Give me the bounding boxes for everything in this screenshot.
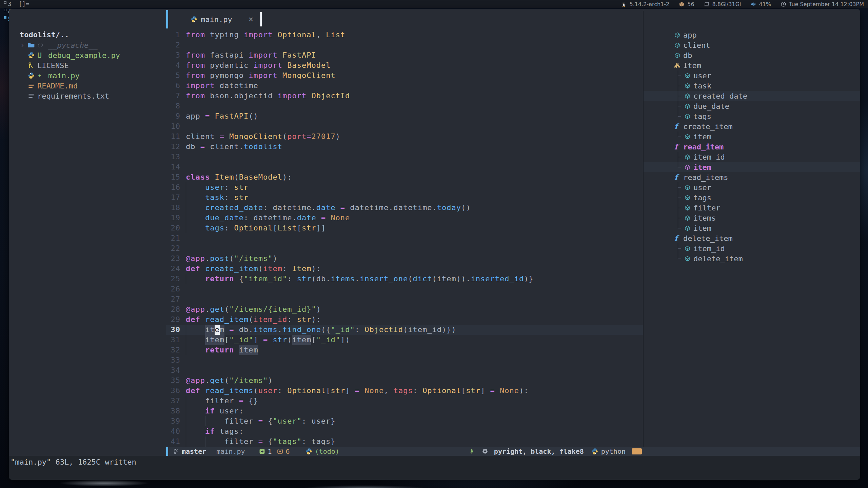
- code-area[interactable]: 1from typing import Optional, List23from…: [166, 30, 643, 447]
- code-line[interactable]: 34: [166, 365, 643, 375]
- code-line[interactable]: 17task: str: [166, 192, 643, 203]
- symbol-due_date[interactable]: due_date: [644, 101, 860, 111]
- code-line[interactable]: 41filter = {"tags": tags}: [166, 436, 643, 447]
- code-line[interactable]: 37filter = {}: [166, 396, 643, 406]
- symbol-tags[interactable]: tags: [644, 192, 860, 203]
- code-line[interactable]: 16user: str: [166, 182, 643, 192]
- code-line[interactable]: 12db = client.todolist: [166, 142, 643, 152]
- code-line[interactable]: 22: [166, 243, 643, 253]
- code-token: =: [355, 386, 360, 396]
- code-line[interactable]: 30item = db.items.find_one({"_id": Objec…: [166, 325, 643, 335]
- code-line[interactable]: 24def create_item(item: Item):: [166, 264, 643, 274]
- symbol-user[interactable]: user: [644, 70, 860, 81]
- code-line[interactable]: 3from fastapi import FastAPI: [166, 50, 643, 60]
- code-line[interactable]: 36def read_items(user: Optional[str] = N…: [166, 386, 643, 396]
- code-line[interactable]: 11client = MongoClient(port=27017): [166, 131, 643, 142]
- symbol-delete_item[interactable]: fdelete_item: [644, 233, 860, 243]
- code-line[interactable]: 39filter = {"user": user}: [166, 416, 643, 426]
- code-line[interactable]: 27: [166, 294, 643, 304]
- symbol-user[interactable]: user: [644, 182, 860, 192]
- code-token: =: [307, 131, 311, 142]
- symbol-read_item[interactable]: fread_item: [644, 142, 860, 152]
- tree-item-license[interactable]: LICENSE: [9, 60, 165, 70]
- symbol-item[interactable]: item: [644, 162, 860, 172]
- function-icon: f: [674, 234, 683, 243]
- code-line[interactable]: 4from pydantic import BaseModel: [166, 60, 643, 70]
- tree-branch-line: [676, 81, 685, 91]
- code-token: (: [229, 253, 234, 264]
- code-line[interactable]: 5from pymongo import MongoClient: [166, 70, 643, 81]
- line-number: 14: [166, 162, 186, 172]
- symbol-task[interactable]: task: [644, 81, 860, 91]
- code-line[interactable]: 31item["_id"] = str(item["_id"]): [166, 335, 643, 345]
- tab-main-py[interactable]: main.py ×: [166, 15, 253, 24]
- code-line[interactable]: 29def read_item(item_id: str):: [166, 314, 643, 325]
- code-line[interactable]: 14: [166, 162, 643, 172]
- code-token: ):: [519, 386, 529, 396]
- tree-item-requirements-txt[interactable]: requirements.txt: [9, 91, 165, 101]
- symbol-create_item[interactable]: fcreate_item: [644, 121, 860, 131]
- code-line[interactable]: 32return item: [166, 345, 643, 355]
- code-token: (: [224, 304, 229, 314]
- symbol-filter[interactable]: filter: [644, 203, 860, 213]
- close-tab-icon[interactable]: ×: [249, 15, 253, 24]
- tree-item-debug-example-py[interactable]: Udebug_example.py: [9, 50, 165, 60]
- symbol-Item[interactable]: Item: [644, 60, 860, 70]
- code-token: "tags": [273, 436, 301, 447]
- indent-guide: [186, 223, 205, 233]
- tree-item-readme-md[interactable]: README.md: [9, 81, 165, 91]
- symbol-delete_item[interactable]: delete_item: [644, 253, 860, 264]
- code-line[interactable]: 1from typing import Optional, List: [166, 30, 643, 40]
- code-token: ):: [311, 264, 321, 274]
- workspace-3[interactable]: 3: [4, 0, 11, 8]
- code-line[interactable]: 18created_date: datetime.date = datetime…: [166, 203, 643, 213]
- code-line[interactable]: 23@app.post("/items"): [166, 253, 643, 264]
- code-line[interactable]: 35@app.get("/items"): [166, 375, 643, 386]
- symbol-tags[interactable]: tags: [644, 111, 860, 121]
- symbol-items[interactable]: items: [644, 213, 860, 223]
- tree-item--pycache-[interactable]: ›__pycache__: [9, 40, 165, 50]
- code-line[interactable]: 28@app.get("/items/{item_id}"): [166, 304, 643, 314]
- desktop: { "topbar": { "workspaces": [ {"label":"…: [0, 0, 868, 488]
- code-line[interactable]: 33: [166, 355, 643, 365]
- symbol-item_id[interactable]: item_id: [644, 243, 860, 253]
- code-line[interactable]: 2: [166, 40, 643, 50]
- code-text: def read_item(item_id: str):: [186, 314, 321, 325]
- symbol-item[interactable]: item: [644, 223, 860, 233]
- line-number: 20: [166, 223, 186, 233]
- symbol-read_items[interactable]: fread_items: [644, 172, 860, 182]
- code-line[interactable]: 10: [166, 121, 643, 131]
- symbol-label: due_date: [693, 102, 729, 110]
- code-line[interactable]: 8: [166, 101, 643, 111]
- code-line[interactable]: 13: [166, 152, 643, 162]
- code-line[interactable]: 7from bson.objectid import ObjectId: [166, 91, 643, 101]
- code-token: read_item: [205, 314, 249, 325]
- tab-title: main.py: [201, 15, 232, 24]
- code-token: tags:: [215, 426, 243, 436]
- git-modified-icon: [277, 449, 283, 454]
- code-line[interactable]: 25return {"item_id": str(db.items.insert…: [166, 274, 643, 284]
- tree-item-main-py[interactable]: •main.py: [9, 70, 165, 81]
- code-token: str: [331, 386, 345, 396]
- code-token: from: [186, 30, 205, 40]
- code-line[interactable]: 26: [166, 284, 643, 294]
- symbol-client[interactable]: client: [644, 40, 860, 50]
- symbol-db[interactable]: db: [644, 50, 860, 60]
- symbol-item_id[interactable]: item_id: [644, 152, 860, 162]
- status-segment: 41%: [750, 1, 771, 7]
- code-line[interactable]: 19due_date: datetime.date = None: [166, 213, 643, 223]
- code-line[interactable]: 15class Item(BaseModel):: [166, 172, 643, 182]
- code-line[interactable]: 20tags: Optional[List[str]]: [166, 223, 643, 233]
- code-line[interactable]: 9app = FastAPI(): [166, 111, 643, 121]
- code-token: (: [282, 131, 287, 142]
- code-token: :: [224, 192, 234, 203]
- code-line[interactable]: 40if tags:: [166, 426, 643, 436]
- code-line[interactable]: 38if user:: [166, 406, 643, 416]
- code-token: import: [253, 60, 282, 70]
- symbol-app[interactable]: app: [644, 30, 860, 40]
- code-line[interactable]: 21: [166, 233, 643, 243]
- code-line[interactable]: 6import datetime: [166, 81, 643, 91]
- symbol-item[interactable]: item: [644, 131, 860, 142]
- linux-icon: [621, 1, 627, 7]
- symbol-created_date[interactable]: created_date: [644, 91, 860, 101]
